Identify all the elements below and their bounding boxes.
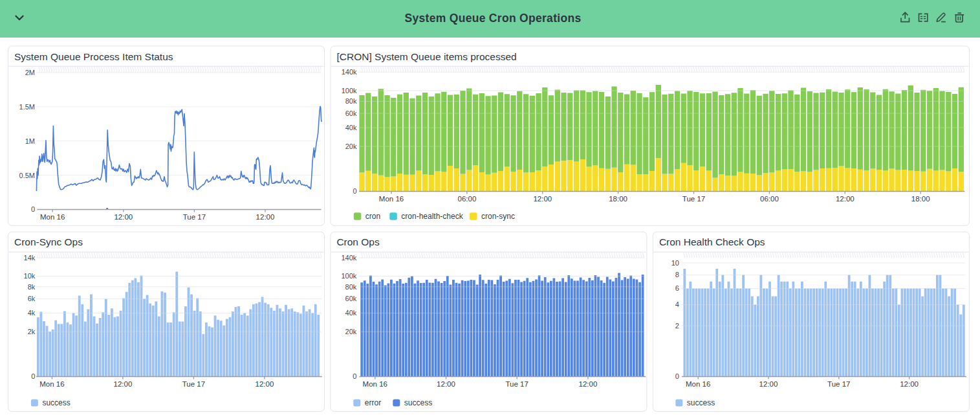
svg-text:10: 10 <box>671 259 679 267</box>
svg-text:Mon 16: Mon 16 <box>363 380 387 388</box>
svg-text:60k: 60k <box>345 295 357 302</box>
svg-text:100k: 100k <box>342 87 357 95</box>
svg-text:6: 6 <box>675 284 679 292</box>
svg-text:12:00: 12:00 <box>759 380 778 388</box>
svg-text:Mon 16: Mon 16 <box>40 213 65 221</box>
svg-text:100k: 100k <box>341 272 356 280</box>
svg-text:18:00: 18:00 <box>609 195 627 203</box>
svg-text:Cron Ops: Cron Ops <box>336 236 380 247</box>
svg-text:0: 0 <box>353 187 356 195</box>
svg-text:12:00: 12:00 <box>579 380 598 388</box>
svg-text:12:00: 12:00 <box>437 380 455 388</box>
svg-text:Cron-Sync Ops: Cron-Sync Ops <box>14 236 83 247</box>
svg-text:20k: 20k <box>345 142 357 150</box>
svg-text:success: success <box>42 398 70 407</box>
svg-text:14k: 14k <box>24 254 36 262</box>
svg-text:18:00: 18:00 <box>911 195 930 203</box>
svg-text:2M: 2M <box>25 69 35 76</box>
svg-text:12:00: 12:00 <box>256 213 275 221</box>
svg-text:[CRON] System Queue items proc: [CRON] System Queue items processed <box>337 51 517 62</box>
svg-text:Tue 17: Tue 17 <box>182 380 205 388</box>
svg-text:Mon 16: Mon 16 <box>39 380 64 388</box>
svg-text:8k: 8k <box>28 283 36 291</box>
svg-text:80k: 80k <box>345 283 357 291</box>
svg-text:12:00: 12:00 <box>114 213 133 221</box>
svg-text:Tue 17: Tue 17 <box>183 213 206 221</box>
svg-text:2: 2 <box>675 322 679 330</box>
svg-text:06:00: 06:00 <box>458 195 477 203</box>
svg-text:success: success <box>687 398 715 407</box>
svg-text:10k: 10k <box>24 272 36 280</box>
svg-text:0: 0 <box>31 372 35 380</box>
svg-text:Cron Health Check Ops: Cron Health Check Ops <box>659 236 765 247</box>
svg-text:40k: 40k <box>345 309 357 317</box>
svg-text:0.5M: 0.5M <box>19 172 35 179</box>
svg-text:Mon 16: Mon 16 <box>686 380 710 388</box>
svg-text:success: success <box>404 398 432 407</box>
svg-text:1.5M: 1.5M <box>19 103 35 111</box>
svg-text:20k: 20k <box>345 328 357 335</box>
svg-text:140k: 140k <box>342 68 357 76</box>
svg-text:0: 0 <box>353 372 356 380</box>
svg-text:40k: 40k <box>345 124 357 131</box>
svg-text:12:00: 12:00 <box>533 195 552 203</box>
svg-text:cron-sync: cron-sync <box>481 212 515 221</box>
svg-text:4: 4 <box>675 300 679 308</box>
svg-text:8: 8 <box>675 271 679 278</box>
svg-text:System Queue Cron Operations: System Queue Cron Operations <box>405 12 582 25</box>
svg-text:1M: 1M <box>25 137 35 145</box>
svg-text:error: error <box>365 398 381 407</box>
svg-text:Tue 17: Tue 17 <box>506 380 528 388</box>
svg-text:80k: 80k <box>345 97 357 105</box>
svg-text:12:00: 12:00 <box>900 380 919 388</box>
svg-text:cron-health-check: cron-health-check <box>401 212 463 221</box>
svg-text:12:00: 12:00 <box>114 380 133 388</box>
svg-text:12:00: 12:00 <box>256 380 274 388</box>
svg-text:Mon 16: Mon 16 <box>379 195 404 203</box>
svg-text:60k: 60k <box>345 109 357 117</box>
svg-text:0: 0 <box>675 372 679 380</box>
svg-text:Tue 17: Tue 17 <box>682 195 705 203</box>
svg-text:2k: 2k <box>28 328 36 335</box>
svg-text:0: 0 <box>31 205 35 213</box>
svg-text:12:00: 12:00 <box>836 195 855 203</box>
svg-text:140k: 140k <box>341 254 356 262</box>
svg-text:6k: 6k <box>28 295 36 302</box>
svg-text:cron: cron <box>365 212 380 221</box>
svg-text:Tue 17: Tue 17 <box>827 380 850 388</box>
svg-text:06:00: 06:00 <box>760 195 779 203</box>
svg-text:4k: 4k <box>28 309 36 317</box>
svg-text:System Queue Process Item Stat: System Queue Process Item Status <box>14 51 173 62</box>
